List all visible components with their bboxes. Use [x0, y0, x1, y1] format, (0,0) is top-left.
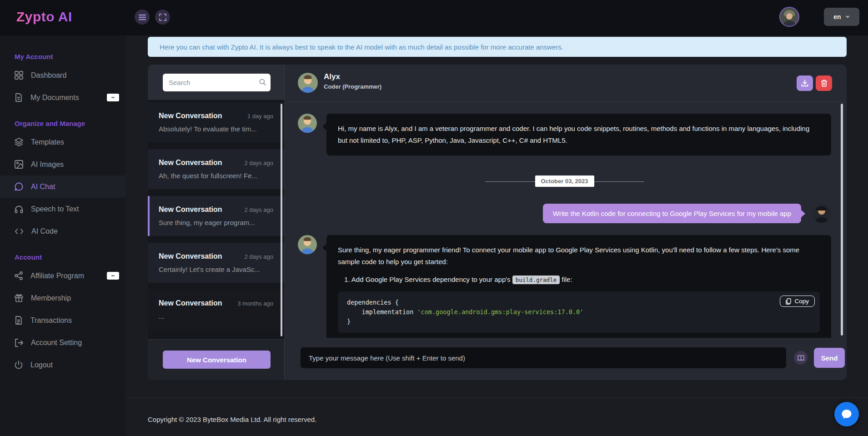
- message-input[interactable]: [300, 347, 787, 369]
- sidebar-item-account-setting[interactable]: Account Setting: [0, 331, 125, 354]
- sidebar-item-label: Transactions: [30, 316, 72, 325]
- sidebar-item-ai-images[interactable]: AI Images: [0, 153, 125, 175]
- support-chat-widget-button[interactable]: [834, 402, 859, 426]
- chat-area: Alyx Coder (Programmer): [285, 65, 847, 380]
- search-input[interactable]: [163, 74, 271, 91]
- info-banner: Here you can chat with Zypto AI. It is a…: [148, 37, 847, 57]
- messenger-bubble-icon: [841, 408, 853, 420]
- list-item[interactable]: New Conversation 2 days ago Ah, the ques…: [148, 149, 284, 189]
- copyright-text: Copyright © 2023 ByteBox Media Ltd. All …: [148, 416, 316, 423]
- agent-avatar: [298, 235, 317, 254]
- download-icon: [801, 80, 808, 87]
- clipboard-icon: [786, 298, 791, 305]
- new-badge: [107, 272, 119, 280]
- sidebar-section-organize: Organize and Manage: [15, 120, 125, 127]
- conversation-title: New Conversation: [159, 205, 222, 214]
- user-message-row: Write the Kotlin code for connecting to …: [298, 204, 831, 223]
- new-conversation-button[interactable]: New Conversation: [163, 351, 271, 369]
- conversation-preview: Absolutely! To evaluate the tim...: [159, 125, 273, 133]
- date-divider: October 03, 2023: [485, 175, 644, 187]
- user-avatar[interactable]: [779, 7, 799, 27]
- sidebar-item-label: Membership: [31, 294, 71, 302]
- chat-header: Alyx Coder (Programmer): [285, 65, 847, 102]
- conversation-title: New Conversation: [159, 299, 222, 307]
- menu-icon: [139, 14, 146, 20]
- step-1-line: 1. Add Google Play Services dependency t…: [344, 274, 820, 286]
- conversation-panel-footer: New Conversation: [148, 339, 284, 380]
- ai-message-intro: Sure thing, my eager programmer friend! …: [338, 244, 820, 268]
- agent-avatar: [298, 114, 317, 133]
- conversation-search-area: [148, 65, 284, 100]
- fullscreen-icon: [159, 14, 166, 21]
- chevron-down-icon: [845, 16, 850, 18]
- date-chip: October 03, 2023: [535, 175, 594, 187]
- gift-icon: [15, 294, 23, 302]
- download-chat-button[interactable]: [797, 75, 813, 91]
- sidebar-item-my-documents[interactable]: My Documents: [0, 86, 125, 109]
- conversation-preview: Ah, the quest for fullscreen! Fe...: [159, 172, 273, 180]
- sidebar-item-transactions[interactable]: Transactions: [0, 309, 125, 331]
- sidebar-item-label: AI Chat: [31, 183, 55, 191]
- ai-message-row: Hi, my name is Alyx, and I am a veteran …: [298, 114, 831, 155]
- agent-avatar: [298, 73, 318, 93]
- code-icon: [15, 228, 24, 235]
- code-block: dependencies { implementation 'com.googl…: [338, 291, 820, 333]
- code-line: }: [347, 318, 351, 325]
- list-item[interactable]: New Conversation 1 day ago Absolutely! T…: [148, 102, 284, 142]
- sidebar-item-templates[interactable]: Templates: [0, 131, 125, 153]
- sidebar-item-label: Speech to Text: [31, 205, 79, 213]
- sidebar-item-label: Account Setting: [31, 339, 82, 347]
- inline-code-build-gradle: build.gradle: [512, 276, 560, 284]
- message-input-row: Send: [285, 338, 847, 380]
- sidebar-item-ai-code[interactable]: AI Code: [0, 220, 125, 242]
- sidebar-item-label: Affiliate Program: [30, 272, 84, 280]
- conversation-time: 2 days ago: [244, 206, 273, 213]
- conversation-time: 2 days ago: [244, 160, 273, 166]
- chat-card: New Conversation 1 day ago Absolutely! T…: [148, 65, 847, 380]
- list-item[interactable]: New Conversation 3 months ago ...: [148, 290, 284, 330]
- conversation-time: 1 day ago: [247, 113, 273, 120]
- delete-chat-button[interactable]: [816, 75, 832, 91]
- book-icon: [798, 355, 804, 361]
- sidebar-item-dashboard[interactable]: Dashboard: [0, 64, 125, 86]
- sidebar-item-membership[interactable]: Membership: [0, 287, 125, 309]
- fullscreen-button[interactable]: [155, 10, 170, 25]
- sidebar-item-label: My Documents: [30, 94, 79, 102]
- conversation-title: New Conversation: [159, 159, 222, 167]
- sidebar-item-ai-chat[interactable]: AI Chat: [0, 175, 125, 198]
- list-item-selected[interactable]: New Conversation 2 days ago Sure thing, …: [148, 196, 284, 236]
- copy-code-button[interactable]: Copy: [780, 296, 815, 307]
- sidebar-toggle-button[interactable]: [135, 10, 150, 25]
- conversation-list-scrollbar[interactable]: [281, 104, 282, 336]
- language-value: en: [833, 13, 841, 20]
- ai-message-bubble: Hi, my name is Alyx, and I am a veteran …: [326, 114, 831, 155]
- list-item[interactable]: New Conversation 2 days ago Certainly! L…: [148, 243, 284, 283]
- headphones-icon: [15, 205, 23, 213]
- agent-role: Coder (Programmer): [324, 83, 381, 90]
- footer-divider: [125, 397, 868, 398]
- sidebar-item-speech-to-text[interactable]: Speech to Text: [0, 198, 125, 220]
- prompt-library-button[interactable]: [794, 351, 808, 365]
- power-icon: [15, 361, 23, 369]
- sidebar-section-my-account: My Account: [15, 53, 125, 60]
- sidebar-item-affiliate-program[interactable]: Affiliate Program: [0, 265, 125, 287]
- language-select[interactable]: en: [824, 8, 859, 26]
- ai-message-bubble: Sure thing, my eager programmer friend! …: [326, 235, 831, 338]
- document-icon: [15, 93, 23, 102]
- conversation-preview: ...: [159, 312, 273, 320]
- user-avatar: [812, 204, 831, 223]
- conversation-list: New Conversation 1 day ago Absolutely! T…: [148, 100, 284, 339]
- sidebar-item-label: Logout: [30, 361, 53, 369]
- send-button[interactable]: Send: [814, 348, 845, 368]
- conversation-title: New Conversation: [159, 112, 222, 120]
- messages-scrollbar[interactable]: [841, 104, 843, 336]
- user-message-bubble: Write the Kotlin code for connecting to …: [543, 204, 801, 223]
- sidebar-item-label: AI Code: [31, 227, 58, 236]
- conversation-time: 2 days ago: [244, 253, 273, 260]
- sidebar-item-logout[interactable]: Logout: [0, 354, 125, 376]
- layers-icon: [15, 138, 23, 146]
- app-logo[interactable]: Zypto AI: [16, 9, 72, 25]
- ai-message-row: Sure thing, my eager programmer friend! …: [298, 235, 831, 338]
- topbar: Zypto AI en: [0, 0, 868, 35]
- sidebar: My Account Dashboard My Documents Organi…: [0, 35, 125, 436]
